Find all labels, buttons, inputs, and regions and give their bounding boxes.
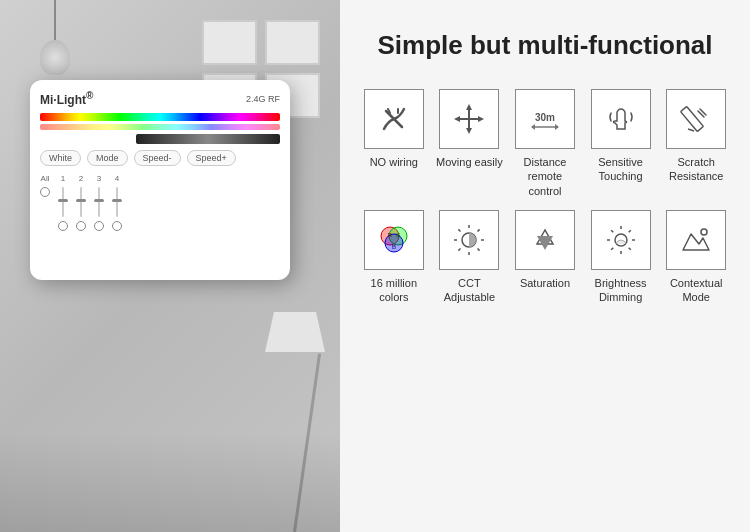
speed-plus-btn[interactable]: Speed+ — [187, 150, 236, 166]
cct-icon — [451, 222, 487, 258]
scratch-icon-box — [666, 89, 726, 149]
distance-label: Distance remote control — [511, 155, 579, 198]
svg-line-35 — [628, 248, 630, 250]
scratch-label: Scratch Resistance — [662, 155, 730, 184]
zone-all: All — [40, 174, 50, 197]
svg-line-34 — [611, 230, 613, 232]
distance-icon: 30m — [527, 101, 563, 137]
rf-badge: 2.4G RF — [246, 94, 280, 104]
feature-contextual: Contextual Mode — [662, 210, 730, 305]
zone-4: 4 — [112, 174, 122, 231]
scratch-icon — [678, 101, 714, 137]
moving-easily-label: Moving easily — [436, 155, 503, 169]
feature-cct: CCT Adjustable — [436, 210, 504, 305]
features-panel: Simple but multi-functional NO wiring — [340, 0, 750, 532]
svg-line-24 — [478, 248, 480, 250]
svg-line-26 — [459, 248, 461, 250]
svg-line-37 — [611, 248, 613, 250]
svg-text:B: B — [392, 244, 396, 250]
touch-label: Sensitive Touching — [587, 155, 655, 184]
cct-label: CCT Adjustable — [436, 276, 504, 305]
svg-marker-5 — [478, 116, 484, 122]
panel-headline: Simple but multi-functional — [377, 30, 712, 61]
color-bar-pastel — [40, 124, 280, 130]
black-gradient-bar — [136, 134, 280, 144]
feature-rgb: R G B 16 million colors — [360, 210, 428, 305]
brightness-label: Brightness Dimming — [587, 276, 655, 305]
svg-text:G: G — [395, 232, 400, 238]
white-btn[interactable]: White — [40, 150, 81, 166]
brightness-icon-box — [591, 210, 651, 270]
no-wiring-icon — [376, 101, 412, 137]
feature-moving-easily: Moving easily — [436, 89, 504, 198]
svg-marker-3 — [466, 128, 472, 134]
svg-line-36 — [628, 230, 630, 232]
ceiling-lamp — [40, 0, 70, 75]
rgb-icon-box: R G B — [364, 210, 424, 270]
svg-line-23 — [459, 229, 461, 231]
svg-line-11 — [688, 129, 694, 131]
zone-3: 3 — [94, 174, 104, 231]
contextual-icon-box — [666, 210, 726, 270]
feature-saturation: Saturation — [511, 210, 579, 305]
svg-marker-8 — [531, 124, 535, 130]
contextual-icon — [678, 222, 714, 258]
feature-distance: 30m Distance remote control — [511, 89, 579, 198]
svg-marker-28 — [537, 236, 553, 250]
contextual-label: Contextual Mode — [662, 276, 730, 305]
speed-minus-btn[interactable]: Speed- — [134, 150, 181, 166]
features-grid: NO wiring Moving easily 30m — [360, 89, 730, 304]
zone-1: 1 — [58, 174, 68, 231]
feature-scratch: Scratch Resistance — [662, 89, 730, 198]
svg-marker-4 — [454, 116, 460, 122]
svg-marker-2 — [466, 104, 472, 110]
zone-2: 2 — [76, 174, 86, 231]
feature-brightness: Brightness Dimming — [587, 210, 655, 305]
no-wiring-icon-box — [364, 89, 424, 149]
svg-text:30m: 30m — [535, 112, 555, 123]
svg-point-39 — [701, 229, 707, 235]
saturation-icon — [527, 222, 563, 258]
feature-no-wiring: NO wiring — [360, 89, 428, 198]
move-icon — [451, 101, 487, 137]
zone-controls: All 1 2 3 4 — [40, 174, 280, 231]
svg-marker-38 — [683, 234, 709, 250]
mode-btn[interactable]: Mode — [87, 150, 128, 166]
rgb-icon: R G B — [376, 222, 412, 258]
no-wiring-label: NO wiring — [370, 155, 418, 169]
distance-icon-box: 30m — [515, 89, 575, 149]
saturation-icon-box — [515, 210, 575, 270]
controller-buttons-row: White Mode Speed- Speed+ — [40, 150, 280, 166]
svg-marker-9 — [555, 124, 559, 130]
cct-icon-box — [439, 210, 499, 270]
milight-controller: Mi·Light® 2.4G RF White Mode Speed- Spee… — [30, 80, 290, 280]
color-bar-rainbow — [40, 113, 280, 121]
svg-rect-10 — [681, 106, 704, 131]
rgb-label: 16 million colors — [360, 276, 428, 305]
brightness-icon — [603, 222, 639, 258]
svg-text:R: R — [388, 232, 393, 238]
brand-logo: Mi·Light® — [40, 90, 93, 107]
svg-line-25 — [478, 229, 480, 231]
moving-easily-icon-box — [439, 89, 499, 149]
touch-icon-box — [591, 89, 651, 149]
touch-icon — [603, 101, 639, 137]
saturation-label: Saturation — [520, 276, 570, 290]
feature-touch: Sensitive Touching — [587, 89, 655, 198]
product-image-panel: Mi·Light® 2.4G RF White Mode Speed- Spee… — [0, 0, 340, 532]
